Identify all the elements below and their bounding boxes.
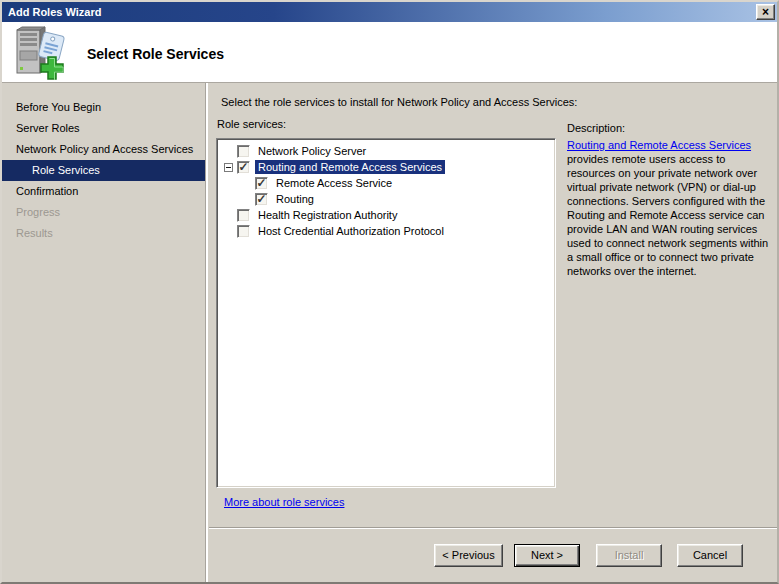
wizard-body: Before You BeginServer RolesNetwork Poli… [2, 83, 777, 582]
server-add-roles-icon [11, 26, 71, 80]
sidebar-divider [205, 83, 208, 582]
checkbox-routing-and-remote-access-services[interactable]: ✓ [237, 161, 250, 174]
tree-item-label[interactable]: Health Registration Authority [255, 208, 400, 222]
tree-item-label[interactable]: Routing [273, 192, 317, 206]
description-heading: Description: [567, 122, 775, 134]
tree-row-routing: ✓Routing [217, 191, 555, 207]
tree-item-label[interactable]: Host Credential Authorization Protocol [255, 224, 447, 238]
tree-item-label[interactable]: Routing and Remote Access Services [255, 160, 445, 174]
tree-row-health-registration-authority: Health Registration Authority [217, 207, 555, 223]
tree-item-label[interactable]: Remote Access Service [273, 176, 395, 190]
checkbox-remote-access-service[interactable]: ✓ [255, 177, 268, 190]
collapse-icon[interactable] [224, 163, 233, 172]
tree-row-remote-access-service: ✓Remote Access Service [217, 175, 555, 191]
add-roles-wizard-window: Add Roles Wizard × Select Role Services [0, 0, 779, 584]
title-bar[interactable]: Add Roles Wizard × [2, 2, 777, 22]
previous-button[interactable]: < Previous [434, 544, 503, 567]
description-panel: Description: Routing and Remote Access S… [567, 122, 775, 278]
sidebar-item-results: Results [2, 223, 205, 244]
tree-row-routing-and-remote-access-services: ✓Routing and Remote Access Services [217, 159, 555, 175]
checkbox-routing[interactable]: ✓ [255, 193, 268, 206]
cancel-button[interactable]: Cancel [677, 544, 743, 567]
description-body: provides remote users access to resource… [567, 153, 768, 277]
sidebar-item-network-policy-and-access-services[interactable]: Network Policy and Access Services [2, 139, 205, 160]
tree-row-host-credential-authorization-protocol: Host Credential Authorization Protocol [217, 223, 555, 239]
role-services-tree[interactable]: Network Policy Server✓Routing and Remote… [216, 138, 556, 488]
page-title: Select Role Services [87, 46, 224, 62]
sidebar-item-role-services[interactable]: Role Services [2, 160, 205, 181]
more-about-role-services-link[interactable]: More about role services [224, 496, 344, 508]
checkbox-health-registration-authority[interactable] [237, 209, 250, 222]
sidebar-item-confirmation[interactable]: Confirmation [2, 181, 205, 202]
checkbox-host-credential-authorization-protocol[interactable] [237, 225, 250, 238]
sidebar: Before You BeginServer RolesNetwork Poli… [2, 97, 205, 244]
install-button: Install [596, 544, 662, 567]
tree-caption: Role services: [217, 118, 286, 130]
content-area: Select the role services to install for … [209, 83, 779, 582]
close-button[interactable]: × [756, 4, 775, 20]
sidebar-item-progress: Progress [2, 202, 205, 223]
sidebar-item-before-you-begin[interactable]: Before You Begin [2, 97, 205, 118]
button-separator [209, 527, 777, 529]
checkbox-network-policy-server[interactable] [237, 145, 250, 158]
tree-item-label[interactable]: Network Policy Server [255, 144, 369, 158]
window-title: Add Roles Wizard [8, 6, 101, 18]
instruction-text: Select the role services to install for … [221, 96, 577, 108]
description-link[interactable]: Routing and Remote Access Services [567, 139, 751, 151]
sidebar-item-server-roles[interactable]: Server Roles [2, 118, 205, 139]
tree-row-network-policy-server: Network Policy Server [217, 143, 555, 159]
next-button[interactable]: Next > [514, 544, 580, 567]
wizard-header: Select Role Services [2, 22, 777, 83]
